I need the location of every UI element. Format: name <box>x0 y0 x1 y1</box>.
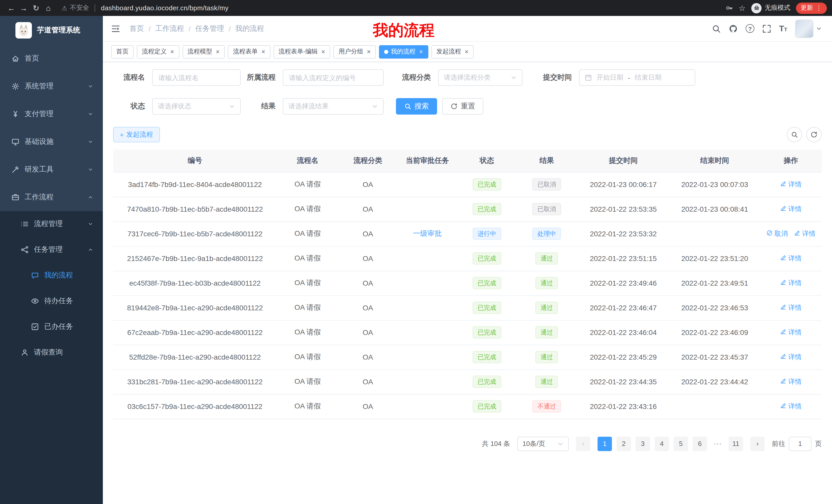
table-cell: 不通过 <box>516 394 577 419</box>
sidebar-item-system[interactable]: 系统管理 <box>0 73 103 100</box>
start-date-placeholder: 开始日期 <box>597 73 623 82</box>
tab-item[interactable]: 流程表单× <box>228 45 270 58</box>
bookmark-star-icon[interactable]: ☆ <box>739 3 746 12</box>
sidebar-item-my-process[interactable]: 我的流程 <box>0 262 103 288</box>
chevron-down-icon <box>229 103 235 109</box>
detail-action-link[interactable]: 详情 <box>780 278 802 288</box>
pager-page[interactable]: 5 <box>674 437 688 451</box>
tab-item[interactable]: 流程表单-编辑× <box>274 45 330 58</box>
password-key-icon[interactable] <box>725 4 733 12</box>
reset-button[interactable]: 重置 <box>442 98 483 115</box>
process-id: 819442e8-7b9a-11ec-a290-acde48001122 <box>127 304 263 312</box>
tab-item[interactable]: 用户分组× <box>334 45 376 58</box>
sidebar-item-devtools[interactable]: 研发工具 <box>0 156 103 184</box>
process-name-input[interactable] <box>152 69 241 86</box>
url-text[interactable]: dashboard.yudao.iocoder.cn/bpm/task/my <box>101 4 229 12</box>
fullscreen-icon[interactable] <box>762 24 771 33</box>
breadcrumb-item[interactable]: 首页 <box>130 24 144 33</box>
close-icon[interactable]: × <box>465 48 468 55</box>
calendar-icon <box>585 74 592 81</box>
pager-page[interactable]: 11 <box>729 437 743 451</box>
breadcrumb-item[interactable]: 任务管理 <box>196 24 224 33</box>
current-task-link[interactable]: 一级审批 <box>413 229 442 237</box>
table-cell: 详情 <box>760 394 822 419</box>
header-search-icon[interactable] <box>712 24 721 33</box>
close-icon[interactable]: × <box>367 48 371 55</box>
goto-unit: 页 <box>815 439 822 448</box>
security-label[interactable]: 不安全 <box>70 4 89 12</box>
search-button[interactable]: 搜索 <box>396 98 437 115</box>
detail-action-link[interactable]: 详情 <box>780 353 802 362</box>
table-cell: 处理中 <box>516 221 577 246</box>
process-category: OA <box>363 279 373 287</box>
pager-more[interactable]: ··· <box>712 440 724 447</box>
close-icon[interactable]: × <box>261 48 265 55</box>
user-menu[interactable] <box>795 19 822 38</box>
column-header: 流程名 <box>277 149 339 172</box>
sidebar-item-process-mgmt[interactable]: 流程管理 <box>0 211 103 237</box>
page-size-select[interactable]: 10条/页 <box>517 437 569 451</box>
table-cell: 2022-01-22 23:53:35 <box>577 197 669 221</box>
help-icon[interactable]: ? <box>746 24 754 33</box>
pager-page[interactable]: 4 <box>655 437 669 451</box>
detail-action-link[interactable]: 详情 <box>794 229 815 239</box>
detail-action-link[interactable]: 详情 <box>780 328 802 337</box>
detail-action-link[interactable]: 详情 <box>780 402 802 411</box>
tab-item[interactable]: 流程定义× <box>137 45 179 58</box>
sidebar-item-workflow[interactable]: 工作流程 <box>0 184 103 211</box>
cancel-action-link[interactable]: 取消 <box>766 229 788 239</box>
detail-action-link[interactable]: 详情 <box>780 254 802 263</box>
detail-action-link[interactable]: 详情 <box>780 377 802 386</box>
pager-page[interactable]: 1 <box>598 437 612 451</box>
browser-update-button[interactable]: 更新 ⋮ <box>796 2 827 13</box>
close-icon[interactable]: × <box>321 48 325 55</box>
process-name: OA 请假 <box>294 303 321 311</box>
pager-page[interactable]: 2 <box>617 437 631 451</box>
submit-time-range-picker[interactable]: 开始日期 - 结束日期 <box>579 69 695 86</box>
tab-item[interactable]: 发起流程× <box>431 45 474 58</box>
browser-back-icon[interactable]: ← <box>5 2 18 14</box>
pager-page[interactable]: 6 <box>693 437 707 451</box>
toggle-search-button[interactable] <box>787 127 802 142</box>
font-size-icon[interactable]: TT <box>779 24 787 33</box>
category-select[interactable]: 请选择流程分类 <box>438 69 522 86</box>
sidebar-item-done-tasks[interactable]: 已办任务 <box>0 314 103 340</box>
result-select[interactable]: 请选择流结果 <box>283 98 384 115</box>
detail-action-link[interactable]: 详情 <box>780 204 802 214</box>
sidebar-item-leave-query[interactable]: 请假查询 <box>0 340 103 365</box>
avatar[interactable] <box>795 19 813 38</box>
pager-next-button[interactable]: › <box>750 437 765 451</box>
pager-prev-button[interactable]: ‹ <box>576 437 590 451</box>
tab-item[interactable]: 首页 <box>111 45 134 58</box>
status-select[interactable]: 请选择状态 <box>152 98 241 115</box>
sidebar-item-payment[interactable]: 支付管理 <box>0 100 103 128</box>
sidebar-item-task-mgmt[interactable]: 任务管理 <box>0 237 103 262</box>
sidebar-item-todo-tasks[interactable]: 待办任务 <box>0 288 103 314</box>
browser-reload-icon[interactable]: ↻ <box>30 2 42 14</box>
create-process-button[interactable]: + 发起流程 <box>113 127 160 142</box>
process-category: OA <box>363 377 373 386</box>
close-icon[interactable]: × <box>170 48 174 55</box>
collapse-menu-icon[interactable] <box>111 24 120 33</box>
tab-item[interactable]: 我的流程× <box>379 45 428 58</box>
detail-action-link[interactable]: 详情 <box>780 180 802 189</box>
submit-time-label: 提交时间 <box>535 73 579 82</box>
refresh-table-button[interactable] <box>806 127 822 142</box>
breadcrumb-item[interactable]: 工作流程 <box>155 24 184 33</box>
sidebar-item-infrastructure[interactable]: 基础设施 <box>0 128 103 156</box>
address-bar[interactable]: ⚠ 不安全 dashboard.yudao.iocoder.cn/bpm/tas… <box>62 4 725 12</box>
browser-home-icon[interactable]: ⌂ <box>42 2 54 14</box>
tab-label: 用户分组 <box>339 47 363 56</box>
sidebar-item-home[interactable]: 首页 <box>0 45 103 73</box>
close-icon[interactable]: × <box>216 48 219 55</box>
pager-page[interactable]: 3 <box>635 437 650 451</box>
browser-forward-icon[interactable]: → <box>18 2 30 14</box>
goto-page-input[interactable] <box>789 437 811 451</box>
close-icon[interactable]: × <box>419 48 423 55</box>
tab-item[interactable]: 流程模型× <box>182 45 225 58</box>
github-icon[interactable] <box>729 24 738 33</box>
owner-process-input[interactable] <box>283 69 384 86</box>
detail-action-link[interactable]: 详情 <box>780 303 802 312</box>
browser-menu-dots-icon[interactable]: ⋮ <box>815 5 822 11</box>
edit-icon <box>780 377 787 386</box>
